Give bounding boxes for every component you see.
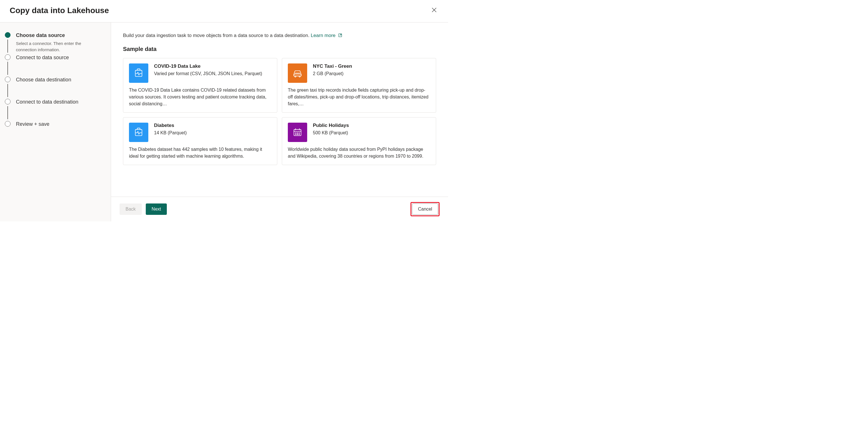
card-subtitle: 2 GB (Parquet) [313, 70, 352, 77]
taxi-icon [288, 63, 307, 83]
cancel-highlight: Cancel [410, 202, 439, 216]
dialog-title: Copy data into Lakehouse [10, 6, 109, 15]
step-description: Select a connector. Then enter the conne… [16, 40, 101, 53]
step-title: Review + save [16, 121, 50, 128]
card-title: Diabetes [154, 123, 187, 128]
svg-point-6 [294, 76, 296, 77]
card-title: COVID-19 Data Lake [154, 63, 262, 69]
step-marker-active-icon [5, 32, 10, 38]
step-connect-to-data-source[interactable]: Connect to data source [5, 54, 105, 76]
sample-card-covid19[interactable]: COVID-19 Data Lake Varied per format (CS… [123, 58, 277, 113]
card-description: The Diabetes dataset has 442 samples wit… [129, 146, 271, 160]
external-link-icon [338, 33, 342, 38]
card-description: Worldwide public holiday data sourced fr… [288, 146, 430, 160]
close-button[interactable] [430, 6, 438, 15]
step-title: Connect to data destination [16, 99, 78, 105]
learn-more-link[interactable]: Learn more [311, 33, 343, 38]
copy-data-dialog: Copy data into Lakehouse Choose data sou… [0, 0, 448, 221]
health-icon [129, 123, 148, 142]
svg-point-14 [296, 133, 296, 133]
sample-card-public-holidays[interactable]: Public Holidays 500 KB (Parquet) Worldwi… [282, 117, 436, 165]
card-description: The COVID-19 Data Lake contains COVID-19… [129, 87, 271, 107]
main-scroll[interactable]: Build your data ingestion task to move o… [111, 23, 448, 197]
close-icon [431, 7, 437, 13]
card-subtitle: 14 KB (Parquet) [154, 130, 187, 136]
svg-point-17 [296, 134, 296, 135]
main-panel: Build your data ingestion task to move o… [111, 23, 448, 221]
sample-data-cards: COVID-19 Data Lake Varied per format (CS… [123, 58, 436, 165]
learn-more-label: Learn more [311, 33, 336, 38]
step-title: Choose data source [16, 32, 101, 39]
svg-line-3 [340, 34, 341, 36]
dialog-body: Choose data source Select a connector. T… [0, 23, 448, 221]
svg-point-15 [297, 133, 298, 133]
card-title: NYC Taxi - Green [313, 63, 352, 69]
sample-card-diabetes[interactable]: Diabetes 14 KB (Parquet) The Diabetes da… [123, 117, 277, 165]
calendar-icon [288, 123, 307, 142]
next-button[interactable]: Next [146, 203, 167, 215]
svg-point-16 [299, 133, 300, 133]
step-marker-icon [5, 121, 10, 127]
svg-point-18 [297, 134, 298, 135]
svg-rect-5 [294, 74, 302, 76]
back-button: Back [120, 203, 142, 215]
step-choose-data-destination[interactable]: Choose data destination [5, 76, 105, 99]
health-icon [129, 63, 148, 83]
dialog-footer: Back Next Cancel [111, 197, 448, 221]
step-choose-data-source[interactable]: Choose data source Select a connector. T… [5, 32, 105, 54]
step-review-save[interactable]: Review + save [5, 121, 105, 128]
sample-card-nyc-taxi[interactable]: NYC Taxi - Green 2 GB (Parquet) The gree… [282, 58, 436, 113]
svg-point-19 [299, 134, 300, 135]
step-title: Connect to data source [16, 54, 69, 61]
dialog-header: Copy data into Lakehouse [0, 0, 448, 23]
svg-point-7 [299, 76, 300, 77]
wizard-steps: Choose data source Select a connector. T… [0, 23, 111, 221]
intro-text: Build your data ingestion task to move o… [123, 33, 436, 38]
intro-text-body: Build your data ingestion task to move o… [123, 33, 311, 38]
step-title: Choose data destination [16, 76, 71, 83]
card-subtitle: 500 KB (Parquet) [313, 130, 349, 136]
step-marker-icon [5, 76, 10, 82]
card-title: Public Holidays [313, 123, 349, 128]
step-connect-to-data-destination[interactable]: Connect to data destination [5, 99, 105, 121]
sample-data-heading: Sample data [123, 46, 436, 52]
card-subtitle: Varied per format (CSV, JSON, JSON Lines… [154, 70, 262, 77]
card-description: The green taxi trip records include fiel… [288, 87, 430, 107]
step-marker-icon [5, 54, 10, 60]
step-marker-icon [5, 99, 10, 104]
cancel-button[interactable]: Cancel [412, 203, 438, 215]
